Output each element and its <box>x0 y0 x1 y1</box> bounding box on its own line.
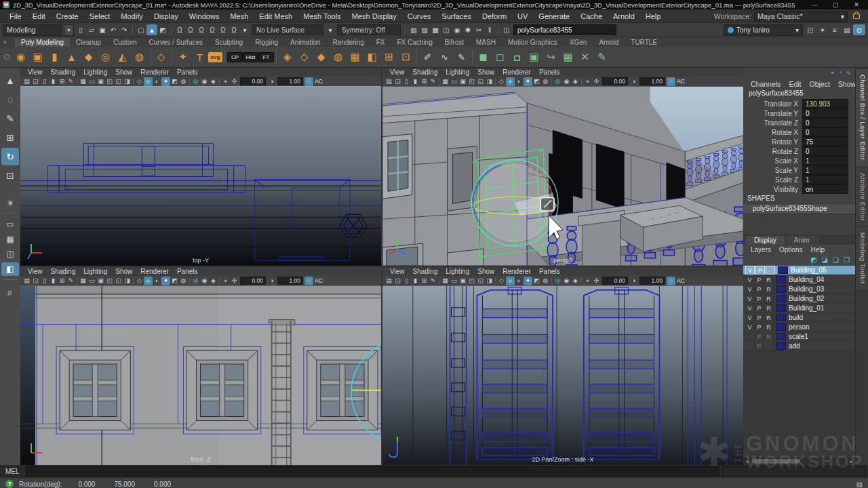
rotate-tool[interactable]: ↻ <box>1 148 19 165</box>
select-component-icon[interactable]: ◩ <box>157 24 168 35</box>
menu-item[interactable]: Windows <box>184 12 225 20</box>
layer-editor-menu-item[interactable]: Help <box>807 246 828 253</box>
shape-node-row[interactable]: polySurface83455Shape <box>743 203 855 214</box>
gate-mask-icon[interactable]: ◰ <box>467 77 476 86</box>
layer-editor-tab[interactable]: Anim <box>786 236 818 245</box>
color-management-icon[interactable]: ⊜ <box>667 277 675 285</box>
resolution-gate-icon[interactable]: ▣ <box>458 77 467 86</box>
make-live-icon[interactable]: Ω <box>229 24 239 35</box>
grid-icon[interactable]: ▦ <box>441 277 450 285</box>
quick-selection-input[interactable]: polySurface83455 <box>513 24 616 35</box>
last-tool-button[interactable]: ✳ <box>1 197 19 210</box>
safe-action-icon[interactable]: ◨ <box>123 277 132 285</box>
wireframe-icon[interactable]: ◇ <box>497 77 506 86</box>
gamma-field[interactable]: 1.00 <box>277 277 303 285</box>
viewport-menu-item[interactable]: Renderer <box>137 68 172 76</box>
channel-attribute-row[interactable]: Scale Z 1 <box>743 175 855 184</box>
viewport-menu-item[interactable]: Shading <box>47 268 79 275</box>
viewport-menu-item[interactable]: Renderer <box>499 68 534 76</box>
ipr-render-icon[interactable]: ▩ <box>430 24 441 35</box>
layer-playback-toggle[interactable]: P <box>755 342 764 350</box>
use-all-lights-icon[interactable]: ✦ <box>161 277 170 285</box>
viewport-menu-item[interactable]: View <box>24 68 46 76</box>
shelf-tab[interactable]: Arnold <box>593 38 625 47</box>
viewport-menu-item[interactable]: Show <box>474 268 498 275</box>
camera-select-icon[interactable]: ▤ <box>384 277 393 285</box>
layer-display-mode-toggle[interactable]: R <box>764 295 774 302</box>
menu-item[interactable]: Mesh Tools <box>298 12 346 20</box>
gamma-icon[interactable]: ◑ <box>629 77 638 86</box>
resolution-gate-icon[interactable]: ▣ <box>96 277 105 285</box>
shelf-bevel-icon[interactable]: ◼ <box>475 49 492 66</box>
wireframe-icon[interactable]: ◇ <box>135 277 144 285</box>
shelf-tab[interactable]: Sculpting <box>209 38 249 47</box>
layer-row[interactable]: V P Building_05 <box>743 266 855 275</box>
shelf-multicut-grid-icon[interactable]: ▦ <box>347 49 363 66</box>
sidebar-vertical-tab[interactable]: Attribute Editor <box>856 167 868 226</box>
save-scene-icon[interactable]: ▣ <box>97 24 108 35</box>
scroll-thumb[interactable] <box>752 459 800 464</box>
layer-visibility-toggle[interactable]: V <box>745 295 755 302</box>
new-scene-icon[interactable]: ▯ <box>75 24 86 35</box>
shelf-torus-icon[interactable]: ◎ <box>97 49 114 66</box>
user-account-menu[interactable]: Tony Ianiro ▾ <box>724 24 803 36</box>
shelf-cp-icon[interactable]: CP <box>227 52 243 62</box>
layer-playback-toggle[interactable]: P <box>755 285 764 293</box>
layer-visibility-toggle[interactable] <box>745 342 755 350</box>
viewport-menu-item[interactable]: Panels <box>536 268 564 275</box>
gate-mask-icon[interactable]: ◰ <box>467 277 476 285</box>
exposure-icon[interactable]: ✣ <box>230 77 239 86</box>
bookmark-icon[interactable]: ▯ <box>402 277 411 285</box>
field-chart-icon[interactable]: ◱ <box>476 277 485 285</box>
layout-single-pane-button[interactable]: ▭ <box>1 218 19 231</box>
layer-visibility-toggle[interactable]: V <box>745 266 755 274</box>
shelf-ep-curve-icon[interactable]: ∿ <box>436 49 453 66</box>
grease-pencil-icon[interactable]: ✎ <box>66 77 75 86</box>
shelf-combine-icon[interactable]: ◈ <box>279 49 296 66</box>
safe-action-icon[interactable]: ◨ <box>485 77 494 86</box>
create-empty-layer-icon[interactable]: ❏ <box>833 256 839 264</box>
layer-playback-toggle[interactable]: P <box>755 314 764 321</box>
shelf-tab[interactable]: Rigging <box>249 38 284 47</box>
channel-box-menu-item[interactable]: Edit <box>785 80 804 88</box>
shaded-icon[interactable]: ◆ <box>506 277 515 285</box>
layout-two-pane-button[interactable]: ◫ <box>1 247 19 261</box>
viewport-menu-item[interactable]: Renderer <box>499 268 534 275</box>
snap-curve-icon[interactable]: Ω <box>185 24 196 35</box>
safe-action-icon[interactable]: ◨ <box>485 277 494 285</box>
film-gate-icon[interactable]: ▭ <box>87 277 96 285</box>
menu-item[interactable]: Edit Mesh <box>254 12 298 20</box>
shelf-multi-cut-icon[interactable]: ✕ <box>576 49 593 66</box>
shelf-extrude-icon[interactable]: ▣ <box>526 49 542 66</box>
gamma-field[interactable]: 1.00 <box>277 77 303 85</box>
layer-color-swatch[interactable] <box>776 342 786 350</box>
shelf-tab[interactable]: XGen <box>564 38 593 47</box>
xray-icon[interactable]: ◎ <box>553 277 562 285</box>
film-gate-icon[interactable]: ▭ <box>450 277 458 285</box>
sidebar-vertical-tab[interactable]: Modeling Toolkit <box>856 227 868 289</box>
shelf-tab[interactable]: Curves / Surfaces <box>143 38 209 47</box>
pin-channels-icon[interactable]: ⌖ <box>831 69 834 79</box>
layer-playback-toggle[interactable]: P <box>755 266 765 274</box>
channel-value-field[interactable]: 75 <box>802 137 848 146</box>
xray-joints-icon[interactable]: ◉ <box>200 277 209 285</box>
grid-icon[interactable]: ▦ <box>79 277 87 285</box>
menu-item[interactable]: Display <box>149 12 184 20</box>
shelf-primitive-popup-icon[interactable]: ◇ <box>153 49 170 66</box>
gate-mask-icon[interactable]: ◰ <box>105 77 114 86</box>
shelf-grid-fill-icon[interactable]: ▦ <box>559 49 576 66</box>
output-window-icon[interactable]: ▤ <box>856 481 863 488</box>
ao-icon[interactable]: ◍ <box>179 77 188 86</box>
channel-value-field[interactable]: 0 <box>802 108 848 118</box>
live-surface-field[interactable]: No Live Surface <box>252 24 323 35</box>
render-settings-icon[interactable]: ✱ <box>462 24 473 35</box>
menu-item[interactable]: Mesh <box>224 12 254 20</box>
shelf-curve-warp-icon[interactable]: ↪ <box>542 49 559 66</box>
redo-icon[interactable]: ↷ <box>119 24 130 35</box>
viewport-menu-item[interactable]: Panels <box>536 68 564 76</box>
workspace-toolkit-icon[interactable]: ◰ <box>804 24 816 35</box>
viewport-menu-item[interactable]: Show <box>112 68 136 76</box>
color-management-icon[interactable]: ⊜ <box>304 77 313 86</box>
menu-item[interactable]: Curves <box>402 12 437 20</box>
shelf-tab[interactable]: Cleanup <box>70 38 107 47</box>
